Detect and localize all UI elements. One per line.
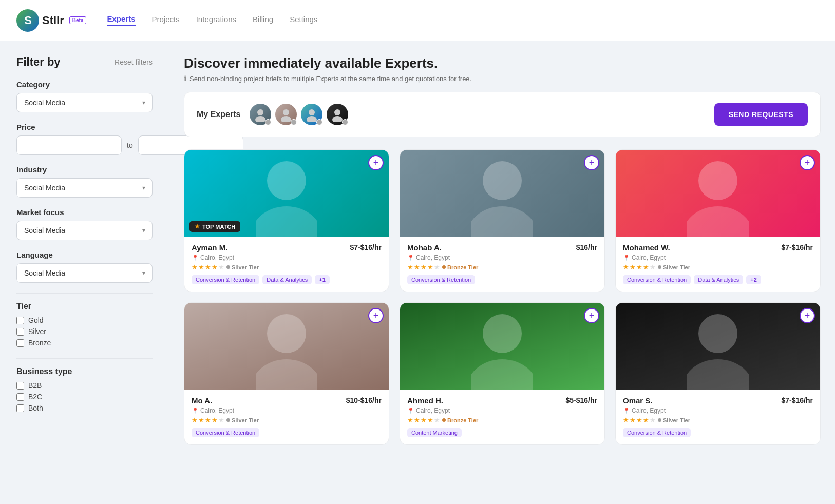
reset-filters-link[interactable]: Reset filters: [115, 58, 153, 66]
tier-silver-row[interactable]: Silver: [16, 327, 153, 336]
btype-both-label: Both: [28, 404, 43, 412]
expert-card-body: Omar S. $7-$16/hr 📍 Cairo, Egypt ★★★★★ S…: [616, 390, 820, 444]
language-select[interactable]: Social Media: [16, 263, 153, 283]
expert-rating-row: ★★★★★ Silver Tier: [192, 416, 382, 424]
expert-tier-badge: Silver Tier: [226, 264, 259, 270]
tier-gold-label: Gold: [28, 316, 44, 324]
expert-photo-wrap: +: [400, 303, 604, 390]
avatar-2: [274, 103, 298, 126]
nav-projects[interactable]: Projects: [152, 15, 180, 26]
expert-tier-badge: Silver Tier: [658, 417, 690, 423]
expert-tag-more: +1: [315, 275, 330, 284]
logo-icon: S: [16, 9, 39, 32]
svg-point-18: [698, 314, 737, 353]
expert-location: 📍 Cairo, Egypt: [192, 254, 382, 261]
expert-silhouette: [687, 308, 749, 390]
btype-b2c-row[interactable]: B2C: [16, 393, 153, 401]
expert-tag: Data & Analytics: [262, 275, 312, 284]
add-expert-button[interactable]: +: [584, 308, 599, 323]
expert-price: $7-$16/hr: [350, 243, 382, 251]
svg-point-5: [307, 116, 317, 122]
add-expert-button[interactable]: +: [800, 155, 815, 170]
expert-card-body: Ayman M. $7-$16/hr 📍 Cairo, Egypt ★★★★★ …: [184, 237, 389, 292]
avatar-dot-4: [342, 119, 348, 125]
expert-card: + Mohab A. $16/hr 📍 Cairo, Egypt ★★★★★ B…: [400, 149, 605, 292]
expert-name: Mohamed W.: [623, 243, 670, 252]
tier-dot-icon: [658, 418, 661, 422]
expert-photo-wrap: +: [184, 303, 389, 390]
avatar-3: [300, 103, 324, 126]
avatar-dot-2: [291, 119, 297, 125]
category-filter: Category Social Media ▾: [16, 80, 153, 112]
filter-divider-2: [16, 358, 153, 359]
page-title: Discover immediately available Experts.: [184, 55, 821, 71]
expert-tag: Conversion & Retention: [407, 275, 475, 284]
btype-both-row[interactable]: Both: [16, 404, 153, 412]
tier-silver-checkbox[interactable]: [16, 328, 24, 336]
expert-tags: Conversion & Retention: [407, 275, 597, 284]
expert-card-body: Mohamed W. $7-$16/hr 📍 Cairo, Egypt ★★★★…: [616, 237, 820, 292]
price-min-input[interactable]: [16, 135, 122, 155]
expert-rating-row: ★★★★★ Bronze Tier: [407, 416, 597, 424]
market-focus-select[interactable]: Social Media: [16, 221, 153, 240]
avatar-dot-1: [265, 119, 271, 125]
btype-both-checkbox[interactable]: [16, 404, 24, 412]
add-expert-button[interactable]: +: [800, 308, 815, 323]
tier-bronze-checkbox[interactable]: [16, 339, 24, 347]
price-to-label: to: [127, 141, 133, 149]
expert-tag: Conversion & Retention: [623, 275, 691, 284]
my-experts-left: My Experts: [197, 103, 349, 126]
expert-tag: Data & Analytics: [694, 275, 743, 284]
info-bar: ℹ Send non-binding project briefs to mul…: [184, 74, 821, 83]
nav-experts[interactable]: Experts: [107, 14, 135, 26]
add-expert-button[interactable]: +: [584, 155, 599, 170]
main-content: Discover immediately available Experts. …: [169, 41, 835, 504]
info-icon: ℹ: [184, 74, 186, 83]
svg-point-19: [687, 359, 749, 390]
btype-b2b-checkbox[interactable]: [16, 382, 24, 390]
tier-silver-label: Silver: [28, 327, 46, 336]
filter-title: Filter by: [16, 55, 61, 69]
industry-select[interactable]: Social Media: [16, 178, 153, 198]
expert-photo-wrap: +: [616, 303, 820, 390]
top-match-badge: ★ TOP MATCH: [189, 221, 240, 232]
language-label: Language: [16, 250, 153, 259]
tier-dot-icon: [442, 418, 446, 422]
expert-stars: ★★★★★: [623, 416, 656, 424]
btype-b2b-row[interactable]: B2B: [16, 381, 153, 390]
info-text: Send non-binding project briefs to multi…: [189, 75, 471, 83]
send-requests-button[interactable]: SEND REQUESTS: [714, 103, 808, 126]
expert-tier-badge: Silver Tier: [226, 417, 259, 423]
svg-point-0: [257, 109, 263, 115]
business-type-label: Business type: [16, 367, 153, 376]
location-pin-icon: 📍: [192, 255, 199, 261]
expert-name-row: Omar S. $7-$16/hr: [623, 396, 813, 405]
expert-name: Mo A.: [192, 396, 212, 405]
nav-billing[interactable]: Billing: [253, 15, 273, 26]
price-label: Price: [16, 123, 153, 131]
expert-price: $7-$16/hr: [782, 243, 813, 251]
btype-b2c-checkbox[interactable]: [16, 393, 24, 401]
tier-gold-row[interactable]: Gold: [16, 316, 153, 324]
add-expert-button[interactable]: +: [368, 155, 384, 170]
my-experts-label: My Experts: [197, 110, 240, 119]
expert-tags: Conversion & Retention: [192, 428, 382, 437]
expert-name: Ahmed H.: [407, 396, 443, 405]
svg-point-9: [256, 206, 317, 237]
nav-settings[interactable]: Settings: [290, 15, 317, 26]
tier-dot-icon: [226, 265, 230, 269]
tier-dot-icon: [442, 265, 446, 269]
tier-bronze-row[interactable]: Bronze: [16, 339, 153, 347]
nav-integrations[interactable]: Integrations: [196, 15, 236, 26]
svg-point-11: [471, 206, 533, 237]
price-filter: Price to: [16, 123, 153, 155]
add-expert-button[interactable]: +: [368, 308, 384, 323]
filter-divider-1: [16, 293, 153, 294]
expert-stars: ★★★★★: [623, 263, 656, 271]
tier-gold-checkbox[interactable]: [16, 317, 24, 324]
nav-links: Experts Projects Integrations Billing Se…: [107, 14, 317, 26]
svg-point-2: [283, 109, 289, 115]
btype-b2b-label: B2B: [28, 381, 42, 390]
top-match-star-icon: ★: [195, 223, 200, 230]
category-select[interactable]: Social Media: [16, 93, 153, 112]
